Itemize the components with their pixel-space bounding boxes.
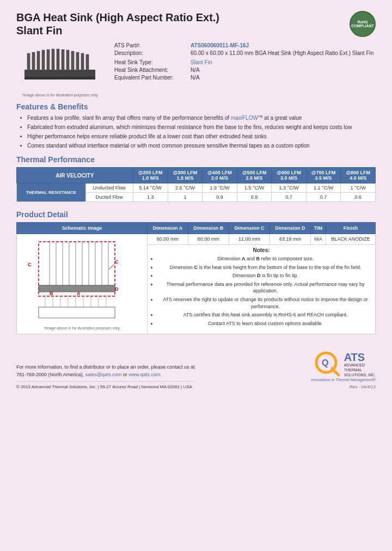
equiv-part-row: Equivalent Part Number: N/A (114, 75, 376, 81)
note-7: Contact ATS to learn about custom option… (157, 320, 373, 327)
ducted-val-4: 0.8 (237, 193, 272, 202)
header-schematic: Schematic Image (17, 223, 148, 234)
part-value: ATS060060011-MF-16J (191, 42, 249, 48)
svg-rect-7 (57, 49, 59, 71)
unducted-val-4: 1.5 °C/W (237, 183, 272, 193)
unducted-val-6: 1.1 °C/W (306, 183, 341, 193)
heatsink-image (19, 42, 101, 91)
footer-copyright: © 2013 Advanced Thermal Solutions, Inc. … (16, 381, 195, 389)
ats-logo: Q ATS ADVANCED THERMAL SOLUTIONS, INC. (314, 351, 376, 378)
product-info-section: *Image above is for illustration purpose… (16, 42, 376, 97)
ats-text-block: ATS ADVANCED THERMAL SOLUTIONS, INC. (344, 352, 376, 377)
part-label: ATS Part#: (114, 42, 191, 48)
dim-c-value: 11.00 mm (229, 234, 270, 245)
thermal-header-row: AIR VELOCITY @200 LFM 1.0 M/S @300 LFM 1… (17, 168, 376, 183)
col-header-6: @700 LFM 3.5 M/S (306, 168, 341, 183)
heat-sink-type-label: Heat Sink Type: (114, 59, 191, 65)
note-5: ATS reserves the right to update or chan… (157, 296, 373, 310)
schematic-caption: *Image above is for illustration purpose… (19, 325, 145, 332)
note-2: Dimension C is the heat sink height from… (157, 264, 373, 271)
email-link[interactable]: sales@qats.com (85, 372, 122, 377)
ducted-label: Ducted Flow (85, 193, 133, 202)
dim-b-value: 60.00 mm (188, 234, 229, 245)
product-details: ATS Part#: ATS060060011-MF-16J Descripti… (114, 42, 376, 97)
svg-rect-9 (66, 50, 69, 71)
footer-contact: For more information, to find a distribu… (16, 363, 195, 379)
header-tim: TIM (311, 223, 326, 234)
notes-title: Notes: (149, 247, 373, 253)
dim-d-value: 63.19 mm (270, 234, 310, 245)
svg-rect-10 (71, 51, 74, 71)
page-title-line2: Slant Fin (16, 24, 219, 37)
footer-left: For more information, to find a distribu… (16, 363, 195, 390)
ducted-val-6: 0.7 (306, 193, 341, 202)
description-value: 60.00 x 60.00 x 11.00 mm BGA Heat Sink (… (191, 50, 373, 56)
svg-rect-8 (62, 50, 64, 71)
header-dim-a: Dimension A (148, 223, 188, 234)
note-4: Thermal performance data are provided fo… (157, 281, 373, 295)
schematic-svg: C D C B A (22, 236, 142, 323)
feature-item-1: Features a low profile, slant fin array … (27, 114, 376, 122)
ats-logo-area: Q ATS ADVANCED THERMAL SOLUTIONS, INC. I… (311, 351, 376, 389)
dim-a-value: 60.00 mm (148, 234, 188, 245)
col-header-2: @300 LFM 1.5 M/S (168, 168, 203, 183)
part-number-row: ATS Part#: ATS060060011-MF-16J (114, 42, 376, 48)
equiv-part-value: N/A (191, 75, 200, 81)
description-row: Description: 60.00 x 60.00 x 11.00 mm BG… (114, 50, 376, 56)
svg-text:B: B (50, 291, 53, 296)
ats-q-icon: Q (314, 351, 341, 378)
header-dim-d: Dimension D (270, 223, 310, 234)
notes-list: Dimension A and B refer to component siz… (149, 255, 373, 327)
tim-value: N/A (311, 234, 326, 245)
svg-rect-12 (81, 53, 84, 71)
note-1: Dimension A and B refer to component siz… (157, 255, 373, 262)
col-header-3: @400 LFM 2.0 M/S (203, 168, 237, 183)
equiv-part-label: Equivalent Part Number: (114, 75, 191, 81)
website-link[interactable]: www.qats.com. (128, 372, 162, 377)
thermal-section-title: Thermal Performance (16, 155, 376, 164)
svg-line-44 (332, 369, 339, 375)
svg-rect-13 (86, 54, 89, 71)
footer-section: For more information, to find a distribu… (16, 351, 376, 389)
page-header: BGA Heat Sink (High Aspect Ratio Ext.) S… (16, 11, 376, 37)
feature-item-4: Comes standard without interface materia… (27, 142, 376, 150)
svg-rect-27 (39, 307, 115, 318)
header-dim-c: Dimension C (229, 223, 270, 234)
note-6: ATS certifies that this heat sink assemb… (157, 311, 373, 319)
attachment-label: Heat Sink Attachment: (114, 67, 191, 73)
thermal-table: AIR VELOCITY @200 LFM 1.0 M/S @300 LFM 1… (16, 167, 376, 202)
unducted-val-1: 5.14 °C/W (133, 183, 168, 193)
unducted-val-3: 1.9 °C/W (203, 183, 237, 193)
col-header-7: @800 LFM 4.0 M/S (341, 168, 376, 183)
svg-text:Q: Q (322, 358, 328, 368)
col-header-1: @200 LFM 1.0 M/S (133, 168, 168, 183)
svg-text:D: D (115, 286, 119, 292)
page-title-line1: BGA Heat Sink (High Aspect Ratio Ext.) (16, 11, 219, 24)
product-detail-header-row: Schematic Image Dimension A Dimension B … (17, 223, 376, 234)
unducted-val-2: 2.6 °C/W (168, 183, 203, 193)
svg-rect-1 (27, 53, 30, 71)
svg-rect-0 (24, 70, 95, 78)
notes-cell: Notes: Dimension A and B refer to compon… (148, 245, 376, 334)
ats-main-label: ATS (344, 352, 376, 363)
feature-item-3: Higher performance helps ensure reliable… (27, 133, 376, 140)
product-detail-values-row: C D C B A *Image above is for illustrati… (17, 234, 376, 245)
ats-sub3: SOLUTIONS, INC. (344, 372, 376, 377)
product-detail-table: Schematic Image Dimension A Dimension B … (16, 222, 376, 334)
feature-item-2: Fabricated from extruded aluminum, which… (27, 124, 376, 131)
header-finish: Finish (326, 223, 375, 234)
col-header-4: @500 LFM 2.5 M/S (237, 168, 272, 183)
svg-line-38 (109, 265, 114, 269)
svg-text:C: C (115, 259, 119, 265)
col-header-5: @600 LFM 3.0 M/S (272, 168, 307, 183)
ducted-val-2: 1 (168, 193, 203, 202)
heat-sink-type-value: Slant Fin (191, 59, 212, 65)
svg-text:A: A (77, 291, 81, 296)
heat-sink-type-row: Heat Sink Type: Slant Fin (114, 59, 376, 65)
features-section-title: Features & Benefits (16, 102, 376, 111)
product-image-caption: *Image above is for illustration purpose… (22, 93, 97, 97)
ducted-val-7: 0.6 (341, 193, 376, 202)
product-detail-section-title: Product Detail (16, 210, 376, 219)
air-velocity-header: AIR VELOCITY (17, 168, 133, 183)
main-title-block: BGA Heat Sink (High Aspect Ratio Ext.) S… (16, 11, 219, 37)
